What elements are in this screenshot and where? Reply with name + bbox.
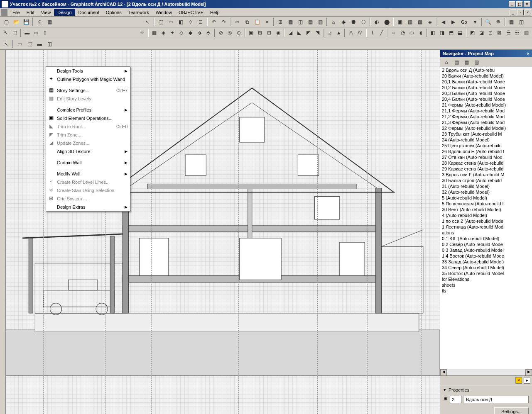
- menu-view[interactable]: View: [38, 9, 54, 16]
- tool-icon[interactable]: ◈: [159, 28, 168, 37]
- navigator-item[interactable]: 27 Отв кан (Auto-rebuild Mod: [440, 154, 532, 160]
- navigator-item[interactable]: 2 Вдоль оси Д (Auto-rebu: [440, 67, 532, 73]
- navigator-item[interactable]: 20,4 Балки (Auto-rebuild Mode: [440, 96, 532, 102]
- tool-icon[interactable]: ⊘: [217, 28, 225, 37]
- cursor-icon[interactable]: ↖: [143, 17, 152, 27]
- undo-icon[interactable]: ↶: [209, 17, 218, 27]
- menu-item[interactable]: Complex Profiles▶: [46, 106, 130, 114]
- tool-icon[interactable]: ◖: [417, 28, 425, 37]
- save-icon[interactable]: 💾: [22, 17, 31, 27]
- navigator-item[interactable]: sheets: [440, 282, 532, 288]
- tool-icon[interactable]: ☰: [504, 28, 512, 37]
- arrow-icon[interactable]: ↖: [2, 39, 11, 49]
- navigator-item[interactable]: 0,2 Север (Auto-rebuild Mode: [440, 241, 532, 247]
- menu-item[interactable]: ✦Outline Polygon with Magic Wand: [46, 75, 130, 83]
- new-icon[interactable]: ▢: [2, 17, 11, 27]
- maximize-button[interactable]: ▢: [516, 1, 523, 7]
- tool-icon[interactable]: ◆: [186, 28, 195, 37]
- tool-icon[interactable]: ⌇: [368, 28, 377, 37]
- tool-icon[interactable]: ⬤: [382, 17, 391, 27]
- tool-icon[interactable]: ◥: [313, 28, 321, 37]
- menu-options[interactable]: Options: [103, 9, 125, 16]
- tool-icon[interactable]: ◨: [438, 28, 446, 37]
- tool-icon[interactable]: ⊞: [256, 28, 264, 37]
- tool-icon[interactable]: ◇: [177, 28, 186, 37]
- tool-icon[interactable]: ◤: [304, 28, 313, 37]
- wall-icon[interactable]: ▬: [23, 28, 31, 37]
- menu-item[interactable]: Design Tools▶: [46, 67, 130, 75]
- properties-id-input[interactable]: [450, 396, 461, 403]
- tool-icon[interactable]: ⬘: [204, 28, 213, 37]
- label-icon[interactable]: A¹: [356, 28, 364, 37]
- navigator-item[interactable]: 22 Фермы (Auto-rebuild Model): [440, 125, 532, 131]
- minimize-button[interactable]: _: [509, 1, 515, 7]
- tool-icon[interactable]: ◊: [186, 17, 195, 27]
- tool-icon[interactable]: ▭: [15, 39, 24, 49]
- navigator-item[interactable]: 24 (Auto-rebuild Model): [440, 137, 532, 143]
- tool-icon[interactable]: ⬚: [25, 39, 34, 49]
- menu-item[interactable]: Align 3D Texture▶: [46, 147, 130, 156]
- arrow-icon[interactable]: ↖: [2, 28, 10, 37]
- navigator-item[interactable]: 30 Балка строп (Auto-rebuild: [440, 178, 532, 183]
- navigator-item[interactable]: 5 (Auto-rebuild Model): [440, 195, 532, 201]
- tool-icon[interactable]: ⊿: [326, 28, 334, 37]
- forward-icon[interactable]: ▶: [449, 17, 458, 27]
- tool-icon[interactable]: ☸: [494, 17, 503, 27]
- menu-window[interactable]: Window: [152, 9, 175, 16]
- navigator-tree[interactable]: 2 Вдоль оси Д (Auto-rebu20 Балки (Auto-r…: [440, 67, 532, 369]
- tool-icon[interactable]: ▦: [507, 17, 516, 27]
- navigator-close-icon[interactable]: ×: [527, 51, 530, 56]
- close-button[interactable]: ×: [524, 1, 530, 7]
- properties-name-input[interactable]: [464, 396, 529, 403]
- navigator-item[interactable]: 21,2 Фермы (Auto-rebuild Mod: [440, 114, 532, 119]
- navigator-item[interactable]: 1 по оси 2 (Auto-rebuild Mode: [440, 218, 532, 224]
- paste-icon[interactable]: 📋: [253, 17, 262, 27]
- tool-icon[interactable]: ◣: [295, 28, 304, 37]
- navigator-item[interactable]: 25 Центр конёк (Auto-rebuild: [440, 143, 532, 149]
- menu-design[interactable]: Design: [54, 9, 75, 16]
- navigator-item[interactable]: 21,1 Фермы (Auto-rebuild Mod: [440, 108, 532, 114]
- tool-icon[interactable]: ⬒: [447, 28, 455, 37]
- navigator-item[interactable]: 20,1 Балки (Auto-rebuild Mode: [440, 79, 532, 85]
- navigator-item[interactable]: 33 Запад (Auto-rebuild Model): [440, 259, 532, 265]
- settings-button[interactable]: Settings...: [494, 407, 529, 414]
- navigator-item[interactable]: ior Elevations: [440, 276, 532, 282]
- scroll-track[interactable]: [447, 369, 525, 375]
- scroll-right-icon[interactable]: ▶: [525, 369, 532, 376]
- menu-document[interactable]: Document: [75, 9, 103, 16]
- marquee-icon[interactable]: ⬚: [156, 17, 165, 27]
- tool-icon[interactable]: ✧: [138, 28, 146, 37]
- navigator-item[interactable]: 34 Север (Auto-rebuild Model): [440, 265, 532, 270]
- marquee-icon[interactable]: ⬚: [11, 28, 19, 37]
- nav-action-icon[interactable]: ✕: [515, 377, 522, 384]
- navigator-item[interactable]: 23 Трубы кат (Auto-rebuild M: [440, 131, 532, 137]
- tool-icon[interactable]: ◐: [372, 17, 381, 27]
- tool-icon[interactable]: ⬗: [195, 28, 203, 37]
- mdi-minimize-button[interactable]: _: [510, 10, 516, 15]
- nav-view-icon[interactable]: ⌂: [442, 58, 451, 67]
- tool-icon[interactable]: ◫: [517, 17, 526, 27]
- tool-icon[interactable]: ◩: [468, 28, 477, 37]
- tool-icon[interactable]: ⊡: [196, 17, 205, 27]
- delete-icon[interactable]: ✕: [262, 17, 272, 27]
- mdi-close-button[interactable]: ×: [525, 10, 531, 15]
- tool-icon[interactable]: ▥: [316, 17, 325, 27]
- tool-icon[interactable]: ⌂: [329, 17, 338, 27]
- tool-icon[interactable]: ▣: [247, 28, 255, 37]
- menu-objective[interactable]: OBJECTiVE: [175, 9, 207, 16]
- navigator-item[interactable]: 20 Балки (Auto-rebuild Model): [440, 73, 532, 79]
- scroll-left-icon[interactable]: ◀: [440, 369, 447, 376]
- tool-icon[interactable]: ⊙: [235, 28, 243, 37]
- tool-icon[interactable]: ◎: [226, 28, 234, 37]
- tool-icon[interactable]: ◫: [296, 17, 305, 27]
- tool-icon[interactable]: ✦: [168, 28, 177, 37]
- properties-header[interactable]: ▾ Properties: [440, 385, 532, 394]
- plot-icon[interactable]: ▦: [45, 17, 54, 27]
- open-icon[interactable]: 📂: [12, 17, 21, 27]
- tool-icon[interactable]: ⊞: [276, 17, 285, 27]
- navigator-item[interactable]: 5 По велюксам (Auto-rebuild I: [440, 201, 532, 207]
- tool-icon[interactable]: ⬓: [456, 28, 464, 37]
- menu-teamwork[interactable]: Teamwork: [125, 9, 152, 16]
- column-icon[interactable]: ▯: [41, 28, 49, 37]
- text-icon[interactable]: A: [347, 28, 355, 37]
